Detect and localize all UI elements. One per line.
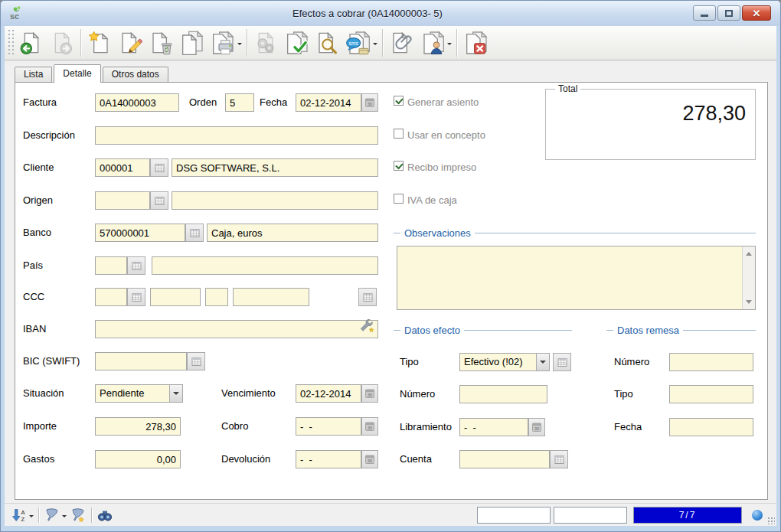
ccc-oficina-input[interactable] — [150, 288, 201, 306]
fecha-remesa-label: Fecha — [614, 421, 642, 432]
edit-record-button[interactable] — [115, 28, 145, 58]
resize-grip[interactable] — [767, 517, 775, 524]
banco-code-input[interactable] — [95, 224, 185, 242]
usar-en-concepto-checkbox[interactable] — [394, 129, 404, 139]
fecha-calendar-button[interactable]: 30 — [361, 93, 378, 112]
origen-name-input[interactable] — [172, 191, 378, 210]
cuenta-efecto-input[interactable] — [459, 450, 550, 468]
filter-icon — [44, 507, 60, 524]
sort-dropdown-arrow[interactable] — [29, 515, 34, 520]
libramiento-calendar-button[interactable]: 30 — [528, 418, 545, 436]
pais-name-input[interactable] — [152, 256, 378, 275]
sort-order-button[interactable]: A Z — [9, 505, 29, 525]
descripcion-input[interactable] — [95, 126, 378, 145]
cliente-lookup-button[interactable] — [150, 158, 168, 177]
minimize-button[interactable] — [693, 5, 716, 21]
gastos-input[interactable] — [95, 450, 181, 468]
scroll-down-icon[interactable] — [746, 300, 752, 307]
tab-lista[interactable]: Lista — [15, 67, 52, 82]
send-message-button[interactable]: sms — [342, 28, 373, 58]
validate-icon — [284, 31, 309, 55]
tipo-remesa-input[interactable] — [669, 385, 753, 403]
cobro-input[interactable] — [296, 417, 361, 436]
banco-name-input[interactable] — [207, 224, 378, 242]
filter-favorite-button[interactable] — [68, 505, 88, 525]
window-title: Efectos a cobrar (0A14000003- 5) — [47, 1, 688, 26]
fecha-remesa-input[interactable] — [669, 418, 753, 436]
datos-remesa-header: Datos remesa — [606, 325, 756, 336]
importe-input[interactable] — [95, 417, 181, 436]
devolucion-calendar-button[interactable]: 30 — [361, 450, 378, 468]
new-record-button[interactable] — [84, 28, 115, 58]
iban-input[interactable] — [95, 320, 378, 338]
copy-record-button[interactable] — [176, 28, 207, 58]
tipo-efecto-dropdown-button[interactable] — [536, 354, 549, 370]
validate-button[interactable] — [281, 28, 312, 58]
cobro-calendar-button[interactable]: 30 — [361, 417, 378, 436]
bic-lookup-button[interactable] — [187, 352, 205, 370]
pais-code-input[interactable] — [95, 256, 127, 275]
fecha-input[interactable] — [296, 93, 361, 112]
tab-detalle[interactable]: Detalle — [54, 64, 100, 83]
filter-dropdown-arrow[interactable] — [62, 515, 67, 520]
title-bar[interactable]: sc Efectos a cobrar (0A14000003- 5) ✕ — [1, 1, 780, 26]
vencimiento-input[interactable] — [296, 384, 361, 403]
orden-input[interactable] — [225, 93, 254, 112]
cuenta-efecto-lookup-button[interactable] — [550, 450, 568, 468]
cliente-code-input[interactable] — [95, 158, 150, 177]
numero-efecto-input[interactable] — [459, 385, 547, 403]
devolucion-input[interactable] — [296, 450, 361, 468]
restore-icon — [725, 10, 733, 17]
fecha-label: Fecha — [260, 96, 287, 108]
situacion-dropdown-button[interactable] — [169, 385, 182, 402]
toolbar-separator — [382, 29, 383, 57]
attachments-icon — [389, 31, 413, 55]
close-button[interactable]: ✕ — [742, 5, 771, 21]
observaciones-textarea[interactable] — [397, 246, 756, 310]
factura-input[interactable] — [95, 93, 179, 112]
print-button[interactable] — [207, 28, 237, 58]
next-record-button[interactable] — [47, 28, 77, 58]
recibo-impreso-checkbox[interactable] — [394, 161, 404, 171]
libramiento-input[interactable] — [459, 418, 528, 436]
bic-input[interactable] — [95, 352, 187, 370]
cancel-document-button[interactable] — [460, 28, 491, 58]
process-gears-button[interactable] — [250, 28, 281, 58]
toolbar-grip[interactable] — [8, 29, 14, 57]
delete-record-button[interactable] — [145, 28, 176, 58]
attachments-button[interactable] — [386, 28, 417, 58]
filter-button[interactable] — [42, 505, 62, 525]
svg-text:sc: sc — [10, 11, 19, 21]
scroll-up-icon[interactable] — [746, 249, 752, 256]
vencimiento-calendar-button[interactable]: 30 — [361, 384, 378, 403]
numero-remesa-input[interactable] — [669, 353, 753, 371]
print-dropdown-arrow[interactable] — [237, 43, 242, 47]
ccc-entidad-input[interactable] — [95, 288, 127, 306]
pais-lookup-button[interactable] — [127, 256, 145, 275]
ccc-dc-input[interactable] — [205, 288, 228, 306]
sort-order-icon: A Z — [11, 507, 28, 524]
preview-button[interactable] — [312, 28, 342, 58]
iva-de-caja-checkbox[interactable] — [394, 194, 404, 204]
origen-lookup-button[interactable] — [150, 191, 168, 210]
generar-asiento-checkbox[interactable] — [394, 96, 404, 106]
origen-code-input[interactable] — [95, 191, 150, 210]
banco-lookup-button[interactable] — [185, 224, 204, 242]
grid-lookup-icon — [155, 163, 165, 173]
wrench-magic-icon[interactable] — [358, 317, 375, 334]
situacion-combo[interactable]: Pendiente — [95, 384, 183, 403]
ccc-cuenta-input[interactable] — [233, 288, 309, 306]
tipo-efecto-combo[interactable]: Efectivo (!02) — [459, 353, 550, 371]
restore-button[interactable] — [717, 5, 740, 21]
tab-otros-datos[interactable]: Otros datos — [103, 67, 168, 82]
user-documents-button[interactable] — [417, 28, 447, 58]
send-dropdown-arrow[interactable] — [373, 43, 377, 47]
search-binoculars-button[interactable] — [95, 505, 115, 525]
previous-record-button[interactable] — [16, 28, 47, 58]
user-dropdown-arrow[interactable] — [447, 43, 452, 47]
tipo-efecto-lookup-button[interactable] — [553, 353, 571, 371]
ccc-entidad-lookup-button[interactable] — [127, 288, 145, 306]
observaciones-scrollbar[interactable] — [742, 246, 755, 309]
ccc-lookup-button[interactable] — [358, 288, 377, 306]
cliente-name-input[interactable] — [172, 158, 378, 177]
